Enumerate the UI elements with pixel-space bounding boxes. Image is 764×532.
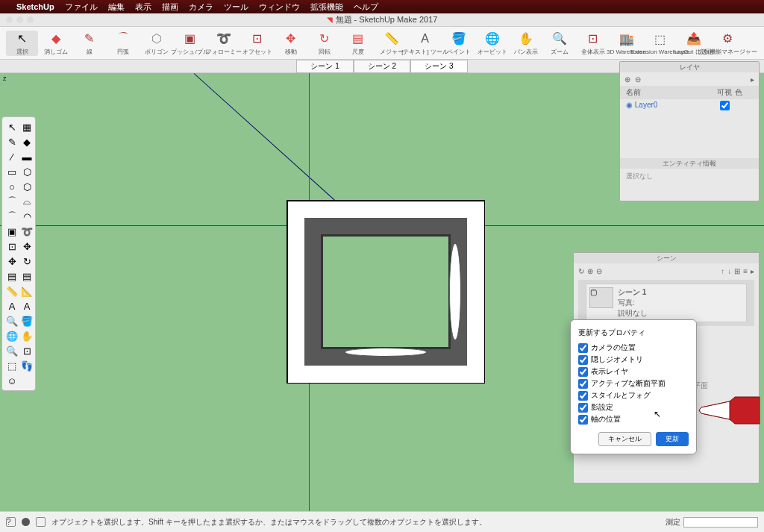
toolbox-btn-5[interactable]: ▬	[19, 149, 34, 164]
toolbox-btn-17[interactable]: ✥	[19, 239, 34, 254]
opt-layers[interactable]	[578, 367, 588, 377]
toolbox-btn-31[interactable]: ⊡	[19, 343, 34, 358]
toolbox-btn-16[interactable]: ⊡	[4, 239, 19, 254]
toolbox-btn-10[interactable]: ⌒	[4, 194, 19, 209]
layer-visible[interactable]	[720, 101, 730, 110]
toolbox-btn-8[interactable]: ○	[4, 179, 19, 194]
geo-icon[interactable]	[36, 517, 46, 527]
opt-shadow[interactable]	[578, 403, 588, 413]
opt-camera[interactable]	[578, 343, 588, 353]
toolbox-btn-24[interactable]: A	[4, 298, 19, 313]
toolbox-btn-3[interactable]: ◆	[19, 134, 34, 149]
measure-input[interactable]	[683, 517, 758, 528]
layers-menu-icon[interactable]: ▸	[751, 75, 754, 84]
refresh-icon[interactable]: ↻	[578, 267, 584, 275]
scene-view-icon[interactable]: ⊞	[734, 267, 740, 275]
tool-0[interactable]: ↖選択	[6, 31, 38, 56]
tool-7[interactable]: ⊡オフセット	[241, 31, 273, 56]
toolbox-btn-20[interactable]: ▤	[4, 269, 19, 284]
toolbox-btn-35[interactable]	[19, 373, 34, 388]
toolbox-btn-27[interactable]: 🪣	[19, 313, 34, 328]
menu-view[interactable]: 表示	[135, 1, 151, 13]
tool-12[interactable]: A[テキスト] ツール	[409, 31, 441, 56]
toolbox-btn-19[interactable]: ↻	[19, 254, 34, 269]
toolbox-btn-15[interactable]: ➰	[19, 224, 34, 239]
toolbox-btn-22[interactable]: 📏	[4, 284, 19, 298]
opt-hidden[interactable]	[578, 355, 588, 365]
tool-5[interactable]: ▣プッシュ/プル	[174, 31, 206, 56]
tool-6[interactable]: ➰フォローミー	[207, 31, 239, 56]
toolbox-btn-33[interactable]: 👣	[19, 358, 34, 373]
scene-menu-icon[interactable]: ▸	[751, 267, 754, 275]
menubar[interactable]: SketchUp ファイル 編集 表示 描画 カメラ ツール ウィンドウ 拡張機…	[0, 0, 764, 13]
layer-row[interactable]: ◉ Layer0	[620, 99, 759, 113]
toolbox-btn-34[interactable]: ☺	[4, 373, 19, 388]
toolbox-btn-26[interactable]: 🔍	[4, 313, 19, 328]
tool-14[interactable]: 🌐オービット	[476, 31, 508, 56]
menu-draw[interactable]: 描画	[162, 1, 178, 13]
opt-section[interactable]	[578, 379, 588, 389]
person-icon[interactable]	[22, 518, 30, 526]
tool-2[interactable]: ✎線	[73, 31, 105, 56]
toolbox-btn-4[interactable]: ⁄	[4, 149, 19, 164]
scene-item[interactable]: ▢ シーン 1写真:説明なし	[586, 284, 747, 322]
scene-detail-icon[interactable]: ≡	[743, 267, 748, 275]
update-button[interactable]: 更新	[656, 432, 689, 446]
toolbox-btn-18[interactable]: ✥	[4, 254, 19, 269]
model-plane[interactable]	[286, 200, 485, 384]
toolbox-btn-1[interactable]: ▦	[19, 119, 34, 134]
menu-help[interactable]: ヘルプ	[354, 1, 378, 13]
opt-axes[interactable]	[578, 415, 588, 425]
tool-8[interactable]: ✥移動	[275, 31, 307, 56]
toolbox-btn-7[interactable]: ⬡	[19, 164, 34, 179]
add-layer-icon[interactable]: ⊕	[624, 75, 630, 84]
app-name[interactable]: SketchUp	[16, 2, 54, 11]
menu-tools[interactable]: ツール	[224, 1, 248, 13]
menu-camera[interactable]: カメラ	[189, 1, 213, 13]
tool-1[interactable]: ◆消しゴム	[40, 31, 72, 56]
opt-style[interactable]	[578, 391, 588, 401]
tool-21[interactable]: ⚙拡張機能マネージャー	[711, 31, 743, 56]
menu-ext[interactable]: 拡張機能	[310, 1, 343, 13]
tool-3[interactable]: ⌒円弧	[107, 31, 139, 56]
toolbox-btn-13[interactable]: ◠	[19, 209, 34, 224]
remove-layer-icon[interactable]: ⊖	[635, 75, 641, 84]
toolbox-btn-23[interactable]: 📐	[19, 284, 34, 298]
layers-panel[interactable]: レイヤ ⊕⊖▸ 名前可視色 ◉ Layer0 エンティティ情報 選択なし	[619, 61, 760, 201]
tab-scene1[interactable]: シーン 1	[296, 60, 353, 73]
tool-4[interactable]: ⬡ポリゴン	[140, 31, 172, 56]
menu-window[interactable]: ウィンドウ	[259, 1, 300, 13]
menu-edit[interactable]: 編集	[108, 1, 125, 13]
cancel-button[interactable]: キャンセル	[598, 432, 651, 446]
tool-9[interactable]: ↻回転	[308, 31, 340, 56]
toolbox-btn-28[interactable]: 🌐	[4, 328, 19, 343]
toolbox-btn-9[interactable]: ⬡	[19, 179, 34, 194]
toolbox-btn-0[interactable]: ↖	[4, 119, 19, 134]
toolbox-btn-29[interactable]: ✋	[19, 328, 34, 343]
toolbox-btn-21[interactable]: ▤	[19, 269, 34, 284]
toolbox-btn-2[interactable]: ✎	[4, 134, 19, 149]
tool-17[interactable]: ⊡全体表示	[577, 31, 609, 56]
toolbox-btn-12[interactable]: ⌒	[4, 209, 19, 224]
tool-19[interactable]: ⬚Extension Warehouse	[644, 31, 676, 55]
scene-up-icon[interactable]: ↑	[721, 267, 724, 275]
tool-13[interactable]: 🪣ペイント	[442, 31, 475, 56]
help-icon[interactable]: ?	[6, 517, 16, 527]
toolbox-btn-11[interactable]: ⌓	[19, 194, 34, 209]
tab-scene2[interactable]: シーン 2	[354, 60, 410, 73]
tool-16[interactable]: 🔍ズーム	[543, 31, 575, 56]
tool-10[interactable]: ▤尺度	[342, 31, 374, 56]
remove-scene-icon[interactable]: ⊖	[596, 267, 602, 275]
model-frame[interactable]	[304, 218, 467, 366]
toolbox-btn-6[interactable]: ▭	[4, 164, 19, 179]
toolbox-btn-30[interactable]: 🔍	[4, 343, 19, 358]
toolbox-btn-25[interactable]: A	[19, 298, 34, 313]
scene-down-icon[interactable]: ↓	[727, 267, 731, 275]
add-scene-icon[interactable]: ⊕	[587, 267, 593, 275]
tab-scene3[interactable]: シーン 3	[410, 60, 467, 73]
menu-file[interactable]: ファイル	[65, 1, 98, 13]
toolbox-btn-14[interactable]: ▣	[4, 224, 19, 239]
large-toolset[interactable]: ↖▦✎◆⁄▬▭⬡○⬡⌒⌓⌒◠▣➰⊡✥✥↻▤▤📏📐AA🔍🪣🌐✋🔍⊡⬚👣☺	[1, 116, 36, 391]
toolbox-btn-32[interactable]: ⬚	[4, 358, 19, 373]
tool-15[interactable]: ✋パン表示	[510, 31, 542, 56]
